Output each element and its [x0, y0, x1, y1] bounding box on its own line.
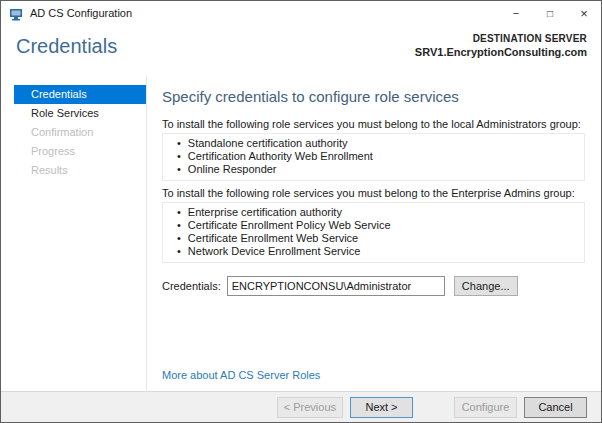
section-intro-local-admins: To install the following role services y… [162, 118, 585, 130]
window-controls: − □ × [499, 1, 601, 25]
wizard-footer: < Previous Next > Configure Cancel [1, 391, 601, 422]
section-intro-enterprise-admins: To install the following role services y… [162, 187, 585, 199]
wizard-content: Specify credentials to configure role se… [147, 76, 601, 391]
bullet-item: Enterprise certification authority [177, 206, 580, 219]
credentials-label: Credentials: [162, 280, 221, 292]
credentials-input[interactable] [227, 276, 445, 296]
previous-button: < Previous [277, 397, 343, 418]
destination-server-label: DESTINATION SERVER [415, 33, 587, 44]
bullet-item: Certificate Enrollment Web Service [177, 232, 580, 245]
configure-button: Configure [454, 397, 517, 418]
page-title: Credentials [16, 35, 117, 58]
destination-server-block: DESTINATION SERVER SRV1.EncryptionConsul… [415, 33, 587, 58]
wizard-header: Credentials DESTINATION SERVER SRV1.Encr… [1, 25, 601, 76]
bullet-item: Certificate Enrollment Policy Web Servic… [177, 219, 580, 232]
window-title: AD CS Configuration [30, 7, 499, 19]
bullet-item: Standalone certification authority [177, 137, 580, 150]
credentials-row: Credentials: Change... [162, 276, 585, 296]
maximize-icon[interactable]: □ [533, 1, 567, 25]
destination-server-name: SRV1.EncryptionConsulting.com [415, 46, 587, 58]
sidebar-item-results: Results [14, 161, 146, 180]
minimize-icon[interactable]: − [499, 1, 533, 25]
sidebar-item-progress: Progress [14, 142, 146, 161]
change-button[interactable]: Change... [454, 276, 518, 296]
next-button[interactable]: Next > [350, 397, 413, 418]
sidebar-item-credentials[interactable]: Credentials [14, 85, 146, 104]
content-heading: Specify credentials to configure role se… [162, 88, 585, 105]
wizard-steps-sidebar: Credentials Role Services Confirmation P… [1, 76, 147, 391]
bullet-box-enterprise-admins: Enterprise certification authority Certi… [162, 202, 585, 263]
bullet-item: Online Responder [177, 163, 580, 176]
bullet-box-local-admins: Standalone certification authority Certi… [162, 133, 585, 181]
sidebar-item-role-services[interactable]: Role Services [14, 104, 146, 123]
sidebar-item-confirmation: Confirmation [14, 123, 146, 142]
close-icon[interactable]: × [567, 1, 601, 25]
bullet-item: Network Device Enrollment Service [177, 245, 580, 258]
adcs-app-icon [10, 7, 24, 19]
wizard-body: Credentials Role Services Confirmation P… [1, 76, 601, 391]
titlebar: AD CS Configuration − □ × [1, 1, 601, 25]
adcs-configuration-window: AD CS Configuration − □ × Credentials DE… [0, 0, 602, 423]
cancel-button[interactable]: Cancel [524, 397, 587, 418]
bullet-item: Certification Authority Web Enrollment [177, 150, 580, 163]
more-about-adcs-link[interactable]: More about AD CS Server Roles [162, 369, 320, 381]
